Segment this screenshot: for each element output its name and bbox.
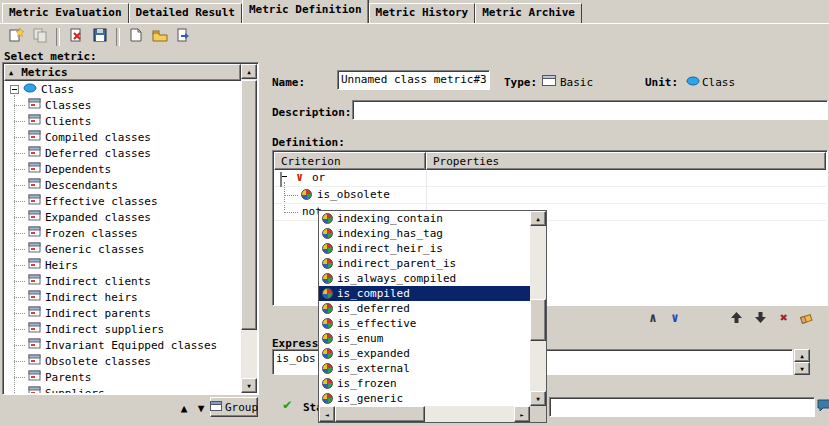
dropdown-item[interactable]: is_always_compiled xyxy=(319,271,530,286)
tab[interactable]: Metric Evaluation xyxy=(2,3,129,23)
dropdown-item-label: indexing_has_tag xyxy=(337,227,443,240)
tree-item[interactable]: Effective classes xyxy=(4,193,241,209)
toolbar xyxy=(0,23,829,49)
tree-item-label: Obsolete classes xyxy=(45,355,151,368)
dropdown-item[interactable]: is_compiled xyxy=(319,286,530,301)
dropdown-item[interactable]: is_generic xyxy=(319,391,530,406)
tree-item[interactable]: Indirect clients xyxy=(4,273,241,289)
dropdown-item-label: is_generic xyxy=(337,392,403,405)
group-toggle-button[interactable]: Group xyxy=(210,397,258,417)
tree-item[interactable]: Dependents xyxy=(4,161,241,177)
properties-column-header[interactable]: Properties xyxy=(426,152,826,170)
and-criterion-icon[interactable]: ∧ xyxy=(643,308,663,326)
dropdown-hscrollbar-thumb[interactable] xyxy=(335,406,425,422)
tree-item[interactable]: Invariant Equipped classes xyxy=(4,337,241,353)
criterion-icon xyxy=(301,189,312,200)
tree-item-label: Invariant Equipped classes xyxy=(45,339,217,352)
scroll-right-icon[interactable]: ► xyxy=(514,406,530,422)
collapse-icon[interactable] xyxy=(280,172,282,187)
tree-item[interactable]: Indirect suppliers xyxy=(4,321,241,337)
dropdown-item[interactable]: indexing_contain xyxy=(319,211,530,226)
tab[interactable]: Metric Definition xyxy=(242,0,369,23)
criterion-row[interactable]: is_obsolete xyxy=(274,187,826,204)
scroll-down-icon[interactable]: ▼ xyxy=(241,378,257,393)
dropdown-item[interactable]: is_deferred xyxy=(319,301,530,316)
export-metric-button[interactable] xyxy=(172,26,196,48)
metric-icon xyxy=(28,146,41,160)
tree-item[interactable]: Descendants xyxy=(4,177,241,193)
tree-item[interactable]: Frozen classes xyxy=(4,225,241,241)
tree-scrollbar-thumb[interactable] xyxy=(241,80,257,330)
dropdown-item[interactable]: indexing_has_tag xyxy=(319,226,530,241)
tree-column-header[interactable]: ▲ Metrics xyxy=(4,64,241,81)
dropdown-item[interactable]: is_expanded xyxy=(319,346,530,361)
collapse-icon[interactable] xyxy=(10,85,19,94)
move-metric-down-icon[interactable]: ▼ xyxy=(193,399,209,417)
criterion-icon xyxy=(322,273,333,284)
save-metric-button[interactable] xyxy=(88,26,112,48)
scroll-up-icon[interactable]: ▲ xyxy=(530,211,546,226)
criterion-row[interactable]: ∨ or xyxy=(274,170,826,187)
dropdown-item[interactable]: is_enum xyxy=(319,331,530,346)
dropdown-item-label: is_always_compiled xyxy=(337,272,456,285)
group-button-label: Group xyxy=(225,401,258,414)
class-unit-icon xyxy=(23,83,37,96)
tree-item[interactable]: Expanded classes xyxy=(4,209,241,225)
copy-metric-button[interactable] xyxy=(28,26,52,48)
new-metric-icon xyxy=(8,27,24,46)
tree-item[interactable]: Clients xyxy=(4,113,241,129)
dropdown-item[interactable]: is_frozen xyxy=(319,376,530,391)
criterion-list: indexing_contain indexing_has_tag indire… xyxy=(319,211,530,406)
move-metric-up-icon[interactable]: ▲ xyxy=(176,399,192,417)
dropdown-item-label: indirect_parent_is xyxy=(337,257,456,270)
type-label: Type: xyxy=(504,76,537,89)
tree-item[interactable]: Indirect parents xyxy=(4,305,241,321)
dropdown-scrollbar-thumb[interactable] xyxy=(530,299,546,341)
delete-criterion-icon[interactable]: ✖ xyxy=(774,308,794,326)
metric-icon xyxy=(28,370,41,384)
tree-children: Classes Clients Compiled classes xyxy=(4,97,241,393)
tree-item[interactable]: Obsolete classes xyxy=(4,353,241,369)
description-input[interactable] xyxy=(352,100,828,120)
scroll-down-icon[interactable]: ▼ xyxy=(530,391,546,406)
tree-item[interactable]: Compiled classes xyxy=(4,129,241,145)
dropdown-item[interactable]: indirect_heir_is xyxy=(319,241,530,256)
or-criterion-icon[interactable]: ∨ xyxy=(665,308,685,326)
criterion-column-header[interactable]: Criterion xyxy=(274,152,426,170)
import-metric-button[interactable] xyxy=(124,26,148,48)
save-metric-icon xyxy=(92,27,108,46)
scroll-up-icon[interactable]: ▲ xyxy=(794,349,810,362)
scroll-down-icon[interactable]: ▼ xyxy=(794,362,810,375)
status-field[interactable] xyxy=(549,397,815,417)
criterion-label: is_obsolete xyxy=(317,188,390,201)
dropdown-horizontal-scrollbar: ◄ ► xyxy=(319,406,530,422)
open-metric-button[interactable] xyxy=(148,26,172,48)
tab[interactable]: Detailed Result xyxy=(129,3,242,23)
move-criterion-down-icon[interactable] xyxy=(750,308,770,326)
new-metric-button[interactable] xyxy=(4,26,28,48)
dropdown-item[interactable]: is_effective xyxy=(319,316,530,331)
name-input[interactable]: Unnamed class metric#3 xyxy=(337,70,490,90)
dropdown-item[interactable]: indirect_parent_is xyxy=(319,256,530,271)
tree-item[interactable]: Parents xyxy=(4,369,241,385)
tree-root-item[interactable]: Class xyxy=(4,81,241,97)
scroll-left-icon[interactable]: ◄ xyxy=(319,406,335,422)
move-criterion-up-icon[interactable] xyxy=(726,308,746,326)
comment-icon[interactable] xyxy=(817,399,829,415)
tree-item[interactable]: Classes xyxy=(4,97,241,113)
tab[interactable]: Metric Archive xyxy=(475,3,582,23)
dropdown-item[interactable]: is_external xyxy=(319,361,530,376)
eraser-icon[interactable] xyxy=(796,308,816,326)
metric-icon xyxy=(28,178,41,192)
tree-item[interactable]: Deferred classes xyxy=(4,145,241,161)
tree-item[interactable]: Generic classes xyxy=(4,241,241,257)
scroll-up-icon[interactable]: ▲ xyxy=(241,64,257,79)
tree-item[interactable]: Indirect heirs xyxy=(4,289,241,305)
tree-item-label: Suppliers xyxy=(45,387,105,394)
tree-item[interactable]: Suppliers xyxy=(4,385,241,393)
tree-item-label: Parents xyxy=(45,371,91,384)
delete-metric-button[interactable] xyxy=(64,26,88,48)
tree-item-label: Generic classes xyxy=(45,243,144,256)
tree-item[interactable]: Heirs xyxy=(4,257,241,273)
tab[interactable]: Metric History xyxy=(369,3,476,23)
